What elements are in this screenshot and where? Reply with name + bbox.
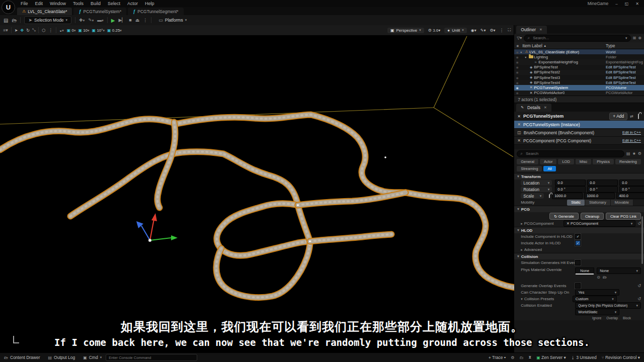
eye-icon[interactable]: ◉	[514, 86, 520, 89]
outliner-row-lighting[interactable]: ◉▾LightingFolder	[514, 54, 644, 59]
details-settings-icon[interactable]: ⚙	[638, 151, 641, 156]
phys-material-dropdown[interactable]: None▾	[597, 267, 641, 274]
menu-help[interactable]: Help	[141, 1, 158, 7]
stop-button[interactable]: ■	[129, 18, 131, 23]
pcg-cleanup-button[interactable]: Cleanup	[581, 213, 604, 220]
eye-icon[interactable]: ◉	[514, 76, 520, 79]
revision-control-dropdown[interactable]: ⑂ Revision Control ▾	[602, 355, 640, 360]
filter-icon[interactable]: ▽▾	[517, 36, 522, 40]
menu-file[interactable]: File	[17, 1, 32, 7]
lock-icon[interactable]	[636, 114, 641, 119]
filter-chip-physics[interactable]: Physics	[593, 159, 614, 164]
eject-button[interactable]: ⏏	[135, 18, 140, 23]
type-column[interactable]: Type	[606, 43, 642, 48]
item-type[interactable]: Edit BPSplineTest	[606, 65, 643, 69]
location-z-field[interactable]: 0.0	[619, 179, 644, 186]
kebab-icon[interactable]: ⋮	[500, 28, 504, 33]
reset-icon[interactable]: ↺	[637, 221, 641, 226]
unreal-logo-icon[interactable]: U	[2, 1, 15, 14]
eye-icon[interactable]: ◉	[514, 70, 520, 74]
unsaved-button[interactable]: ⭳ 3 Unsaved	[571, 355, 597, 360]
filter-chip-streaming[interactable]: Streaming	[517, 166, 542, 171]
advanced-row[interactable]: ▸ Advanced	[514, 246, 644, 253]
menu-window[interactable]: Window	[46, 1, 69, 7]
skip-button[interactable]: ▶▏	[118, 18, 125, 23]
blueprints-icon[interactable]: ✎▾	[88, 18, 94, 23]
junction-node[interactable]	[297, 204, 299, 206]
filter-chip-lod[interactable]: LOD	[558, 159, 574, 164]
transform-section-header[interactable]: ▾Transform	[514, 173, 644, 179]
filter-chip-general[interactable]: General	[517, 159, 538, 164]
select-tool-icon[interactable]: ➤	[15, 28, 18, 33]
menu-build[interactable]: Build	[87, 1, 104, 7]
scale-x-field[interactable]: 1000.0	[552, 193, 583, 199]
tab-outliner[interactable]: Outliner ✕	[516, 26, 547, 34]
cache-icon[interactable]: 🗀	[520, 355, 524, 360]
percent-snap[interactable]: ▣ 0▾	[67, 28, 76, 33]
details-scrollbar[interactable]	[641, 216, 643, 264]
scale-dropdown[interactable]: Scale▾	[521, 193, 544, 199]
transform-gizmo-axis[interactable]	[150, 238, 171, 240]
details-search-input[interactable]	[525, 151, 621, 156]
filter-chip-rendering[interactable]: Rendering	[615, 159, 641, 164]
scale-y-field[interactable]: 1000.0	[584, 193, 615, 199]
eye-icon[interactable]: ◉	[514, 81, 520, 84]
eye-icon[interactable]: ◉	[514, 60, 520, 64]
rotation-dropdown[interactable]: Rotation▾	[521, 187, 552, 192]
add-component-button[interactable]: + Add	[609, 113, 627, 120]
junction-node[interactable]	[309, 240, 311, 242]
eye-icon[interactable]: ◉	[514, 50, 520, 54]
location-dropdown[interactable]: Location▾	[521, 180, 552, 186]
viewport-menu-icon[interactable]: ≡▾	[3, 28, 8, 33]
mobility-stationary[interactable]: Stationary	[585, 200, 611, 206]
mobility-static[interactable]: Static	[567, 200, 585, 206]
outliner-row-bpsplinetest3[interactable]: ◉◈BPSplineTest3Edit BPSplineTest	[514, 75, 644, 80]
phys-material-thumbnail[interactable]: None	[575, 267, 594, 275]
tab-details[interactable]: ✎ Details ✕	[516, 104, 551, 112]
item-type[interactable]: Edit BPSplineTest	[606, 80, 643, 85]
play-button[interactable]: ▶	[111, 18, 115, 23]
item-type[interactable]: Edit BPSplineTest	[606, 70, 643, 74]
tunnel-path[interactable]	[217, 204, 310, 255]
outliner-search-box[interactable]: ⌕ ▾	[524, 35, 630, 42]
scale-tool-icon[interactable]: ⤡	[32, 28, 35, 33]
browse-to-asset-icon[interactable]: 🗁	[603, 275, 607, 280]
filter-chip-actor[interactable]: Actor	[540, 159, 557, 164]
edit-in-cpp-link[interactable]: Edit in C++	[622, 130, 641, 135]
add-actor-icon[interactable]: ✚▾	[79, 18, 85, 23]
pcg-component-dropdown[interactable]: ✕ PCGComponent▾	[564, 220, 636, 227]
transform-gizmo-axis[interactable]	[141, 226, 150, 240]
outliner-row-pcgworldactor0[interactable]: ◉✕PCGWorldActor0PCGWorldActor	[514, 90, 644, 96]
favorites-icon[interactable]: ★	[632, 151, 636, 156]
background-tasks-icon[interactable]: ⧗	[529, 355, 532, 360]
content-browser-icon[interactable]: 🗁	[12, 18, 17, 23]
save-icon[interactable]: ▤	[4, 18, 8, 23]
component-pcgtunnelsystem[interactable]: ✕PCGTunnelSystem (Instance)	[514, 121, 644, 129]
scale-z-field[interactable]: 400.0	[616, 193, 644, 199]
rotation-z-field[interactable]: 0.0 °	[619, 186, 644, 193]
expand-arrow-icon[interactable]: ▾	[525, 55, 528, 59]
eye-icon[interactable]: ◉	[514, 91, 520, 95]
object-type-dropdown[interactable]: WorldStatic▾	[575, 309, 619, 315]
outliner-row-pcgtunnelsystem[interactable]: ◉✕PCGTunnelSystemPCGVolume	[514, 85, 644, 90]
include-actor-hlod-checkbox[interactable]: ✓	[575, 240, 581, 246]
cinematics-icon[interactable]: ▬▾	[97, 18, 104, 23]
close-icon[interactable]: ✕	[544, 106, 547, 110]
location-x-field[interactable]: 0.0	[555, 179, 586, 186]
move-tool-icon[interactable]: ✥	[20, 28, 24, 33]
cmd-dropdown[interactable]: ▣ Cmd ▾	[79, 353, 106, 362]
transform-gizmo-axis[interactable]	[150, 219, 154, 240]
browse-icon[interactable]: ⇄	[630, 114, 633, 119]
hlod-section-header[interactable]: ▾HLOD	[514, 227, 644, 233]
overlap-events-checkbox[interactable]	[575, 283, 581, 289]
level-viewport[interactable]: ≡▾ ➤ ✥ ↻ ⤡ ⬡ ⋮ ◒▾ ▣ 0▾▣ 10▾▣ 10°▾▣ 0.25▾…	[0, 25, 514, 353]
camera-speed-control[interactable]: ⚙ 3.6▾	[428, 28, 441, 33]
viewport-settings-icon[interactable]: ⚙▾	[490, 28, 495, 33]
zen-server-dropdown[interactable]: ▣ Zen Server ▾	[536, 355, 566, 360]
menu-edit[interactable]: Edit	[32, 1, 47, 7]
pcg-generate-button[interactable]: ↻ Generate	[549, 213, 579, 220]
close-icon[interactable]: ✕	[539, 28, 542, 32]
outliner-row-lvl_01_cleanslateeditor[interactable]: ◉▾⚠LVL_01_CleanSlate (Editor)World	[514, 49, 644, 54]
show-flags-icon[interactable]: ◉▾	[471, 28, 476, 33]
tab-pcgtunnelsystem[interactable]: ƒPCGTunnelSystem*	[73, 8, 126, 15]
